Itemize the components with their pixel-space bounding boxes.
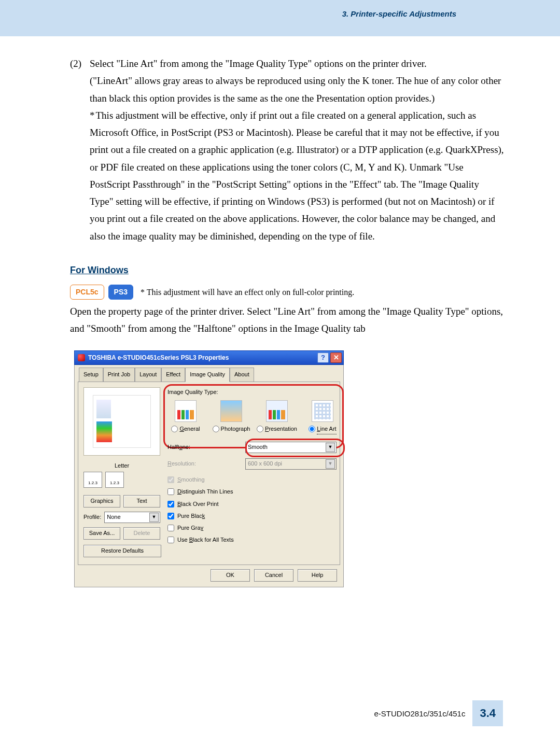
preview-box — [83, 387, 160, 456]
app-icon — [78, 354, 85, 361]
chip-note: * This adjustment will have an effect on… — [141, 285, 354, 300]
chevron-down-icon: ▼ — [326, 459, 335, 469]
page-header: 3. Printer-specific Adjustments — [0, 0, 560, 36]
delete-button: Delete — [123, 527, 160, 540]
footer-page-number: 3.4 — [472, 700, 503, 726]
profile-label: Profile: — [83, 512, 101, 522]
iq-photo-icon — [220, 400, 242, 422]
iq-lineart-icon — [312, 400, 333, 422]
tab-about[interactable]: About — [230, 368, 254, 382]
radio-photograph[interactable]: Photograph — [213, 424, 250, 434]
iq-presentation-icon — [266, 400, 288, 422]
chevron-down-icon: ▼ — [326, 443, 335, 452]
tab-setup[interactable]: Setup — [79, 368, 103, 382]
image-quality-type-label: Image Quality Type: — [167, 387, 341, 397]
footer-model: e-STUDIO281c/351c/451c — [374, 709, 465, 718]
checkbox-pure-black[interactable]: Pure Black — [167, 511, 341, 521]
chips-row: PCL5c PS3 * This adjustment will have an… — [70, 285, 504, 300]
content-area: (2)Select "Line Art" from among the "Ima… — [0, 36, 560, 587]
profile-value: None — [107, 512, 120, 522]
tab-effect[interactable]: Effect — [161, 368, 185, 382]
radio-presentation[interactable]: Presentation — [257, 424, 297, 434]
graphics-button[interactable]: Graphics — [83, 495, 120, 508]
dialog-body: Setup Print Job Layout Effect Image Qual… — [74, 365, 344, 587]
close-button[interactable]: ✕ — [330, 353, 342, 363]
note-body: This adjustment will be effective, only … — [90, 110, 504, 242]
note-star: * — [90, 110, 95, 121]
halftone-combo[interactable]: Smooth ▼ — [245, 442, 337, 453]
chevron-down-icon: ▼ — [149, 513, 159, 522]
radio-line-art[interactable]: Line Art — [309, 424, 336, 434]
tab-panel: Letter 1.2.3 1.2.3 Graphics Text Profile… — [78, 382, 340, 565]
chip-pcl5c: PCL5c — [70, 285, 104, 300]
instruction-paragraph: Open the property page of the printer dr… — [70, 303, 504, 337]
tab-strip: Setup Print Job Layout Effect Image Qual… — [79, 367, 340, 381]
paper-icons: 1.2.3 1.2.3 — [83, 472, 160, 488]
radio-general[interactable]: GGeneraleneral — [171, 424, 200, 434]
step-text-1: Select "Line Art" from among the "Image … — [90, 58, 427, 69]
right-column: Image Quality Type: GGeneraleneral Photo… — [167, 387, 341, 557]
dialog-footer: OK Cancel Help — [78, 565, 340, 582]
checkbox-smoothing: Smoothing — [167, 475, 341, 485]
left-column: Letter 1.2.3 1.2.3 Graphics Text Profile… — [83, 387, 160, 557]
resolution-label: Resolution: — [167, 459, 240, 469]
step-block: (2)Select "Line Art" from among the "Ima… — [70, 55, 504, 245]
checkbox-black-over-print[interactable]: Black Over Print — [167, 499, 341, 509]
profile-combo[interactable]: None ▼ — [104, 512, 160, 523]
dialog-title: TOSHIBA e-STUDIO451cSeries PSL3 Properti… — [88, 353, 317, 363]
tab-printjob[interactable]: Print Job — [103, 368, 135, 382]
for-windows-heading: For Windows — [70, 262, 504, 279]
titlebar[interactable]: TOSHIBA e-STUDIO451cSeries PSL3 Properti… — [74, 350, 344, 365]
step-text-2: ("LineArt" allows gray areas to always b… — [90, 72, 504, 107]
properties-dialog: TOSHIBA e-STUDIO451cSeries PSL3 Properti… — [74, 350, 344, 587]
checkbox-pure-gray[interactable]: Pure Gray — [167, 523, 341, 533]
step-number: (2) — [70, 55, 90, 72]
image-quality-options: GGeneraleneral Photograph Presentation — [167, 400, 341, 434]
restore-defaults-button[interactable]: Restore Defaults — [83, 545, 161, 557]
resolution-value: 600 x 600 dpi — [248, 459, 282, 469]
page-icon[interactable]: 1.2.3 — [105, 472, 124, 488]
page-footer: e-STUDIO281c/351c/451c 3.4 — [374, 700, 503, 726]
checkbox-use-black-all-texts[interactable]: Use Black for All Texts — [167, 535, 341, 545]
page-icon[interactable]: 1.2.3 — [83, 472, 102, 488]
tab-layout[interactable]: Layout — [135, 368, 161, 382]
resolution-combo: 600 x 600 dpi ▼ — [245, 458, 337, 470]
section-title: 3. Printer-specific Adjustments — [342, 9, 456, 18]
save-as-button[interactable]: Save As... — [83, 527, 120, 540]
help-button[interactable]: ? — [317, 353, 329, 363]
note-block: *This adjustment will be effective, only… — [90, 107, 504, 245]
ok-button[interactable]: OK — [211, 569, 250, 582]
paper-size-label: Letter — [83, 461, 160, 471]
help-button[interactable]: Help — [298, 569, 337, 582]
checkbox-distinguish-thin-lines[interactable]: Distinguish Thin Lines — [167, 487, 341, 497]
halftone-label: Halftone: — [167, 442, 240, 452]
chip-ps3: PS3 — [108, 285, 133, 300]
halftone-value: Smooth — [248, 442, 268, 452]
iq-general-icon — [175, 400, 197, 422]
tab-image-quality[interactable]: Image Quality — [185, 368, 230, 382]
cancel-button[interactable]: Cancel — [254, 569, 293, 582]
text-button[interactable]: Text — [123, 495, 160, 508]
